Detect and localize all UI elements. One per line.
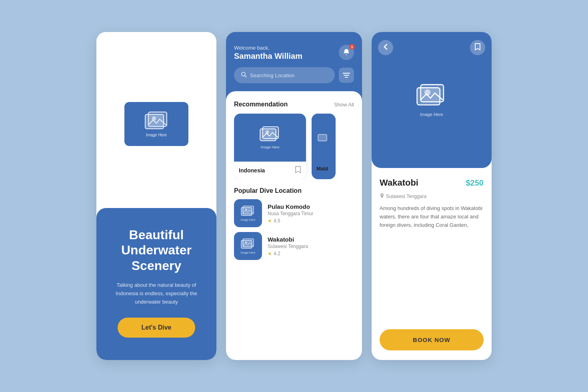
splash-subtitle: Talking about the natural beauty of Indo… bbox=[112, 281, 200, 306]
notification-badge: 1 bbox=[349, 44, 355, 50]
show-all-button[interactable]: Show All bbox=[334, 102, 354, 108]
lets-dive-button[interactable]: Let's Dive bbox=[118, 318, 196, 338]
recommendation-list: Image Here Indonesia bbox=[234, 114, 354, 179]
recommendation-header: Recommendation Show All bbox=[234, 101, 354, 108]
rec-card-image-indonesia: Image Here bbox=[234, 114, 306, 162]
dive-location-wakatobi: Sulawesi Tenggara bbox=[268, 244, 354, 249]
star-icon-komodo: ★ bbox=[268, 218, 272, 224]
popular-header: Popular Dive Location bbox=[234, 187, 354, 194]
recommendation-section: Recommendation Show All Image Here bbox=[234, 101, 354, 179]
rec-card-name-maldives: Mald bbox=[312, 162, 336, 176]
detail-title: Wakatobi bbox=[380, 178, 418, 188]
detail-hero-image bbox=[416, 84, 448, 110]
screen-main: Welcome back, Samantha William 1 bbox=[226, 32, 362, 360]
svg-rect-1 bbox=[148, 112, 167, 126]
detail-image-label: Image Here bbox=[420, 112, 443, 117]
detail-title-row: Wakatobi $250 bbox=[380, 178, 484, 188]
location-icon bbox=[380, 193, 384, 200]
svg-rect-16 bbox=[243, 239, 253, 247]
rec-card-maldives-partial: Mald bbox=[312, 114, 336, 179]
splash-image-placeholder: Image Here bbox=[124, 102, 188, 146]
splash-bottom: Beautiful Underwater Scenery Talking abo… bbox=[96, 208, 216, 360]
detail-description: Among hundreds of diving spots in Wakato… bbox=[380, 204, 484, 229]
screen-detail: Image Here Wakatobi $250 Sulawesi Tengga… bbox=[372, 32, 492, 360]
dive-thumb-komodo: Image Here bbox=[234, 199, 262, 227]
dive-name-komodo: Pulau Komodo bbox=[268, 203, 354, 210]
dive-info-komodo: Pulau Komodo Nusa Tenggara Timur ★ 4.5 bbox=[268, 203, 354, 224]
search-bar[interactable] bbox=[234, 67, 335, 83]
detail-bookmark-button[interactable] bbox=[470, 40, 485, 55]
notification-button[interactable]: 1 bbox=[339, 45, 354, 60]
dive-location-komodo: Nusa Tenggara Timur bbox=[268, 211, 354, 216]
svg-rect-11 bbox=[318, 134, 327, 141]
hero-top-buttons bbox=[372, 40, 492, 55]
detail-hero: Image Here bbox=[372, 32, 492, 168]
search-icon bbox=[240, 71, 247, 79]
splash-image-label: Image Here bbox=[146, 133, 167, 137]
star-icon-wakatobi: ★ bbox=[268, 251, 272, 256]
bookmark-icon-indonesia[interactable] bbox=[295, 166, 301, 175]
user-name: Samantha William bbox=[234, 52, 302, 61]
screen-splash: Image Here Beautiful Underwater Scenery … bbox=[96, 32, 216, 360]
recommendation-title: Recommendation bbox=[234, 101, 288, 108]
rec-card-footer-indonesia: Indonesia bbox=[234, 162, 306, 179]
welcome-text: Welcome back, bbox=[234, 45, 302, 51]
main-header: Welcome back, Samantha William 1 bbox=[226, 32, 362, 91]
detail-body: Wakatobi $250 Sulawesi Tenggara Among hu… bbox=[372, 168, 492, 360]
user-greeting: Welcome back, Samantha William bbox=[234, 45, 302, 61]
dive-info-wakatobi: Wakatobi Sulawesi Tenggara ★ 4.2 bbox=[268, 236, 354, 256]
popular-title: Popular Dive Location bbox=[234, 187, 302, 194]
bookmark-icon-detail bbox=[474, 43, 481, 52]
dive-item-wakatobi[interactable]: Image Here Wakatobi Sulawesi Tenggara ★ … bbox=[234, 232, 354, 260]
dive-rating-wakatobi: ★ 4.2 bbox=[268, 251, 354, 256]
bell-icon bbox=[343, 48, 350, 57]
rating-value-wakatobi: 4.2 bbox=[274, 251, 280, 256]
detail-location-text: Sulawesi Tenggara bbox=[386, 194, 426, 199]
header-top-row: Welcome back, Samantha William 1 bbox=[234, 45, 354, 61]
popular-dive-section: Popular Dive Location Image Here bbox=[234, 187, 354, 260]
dive-list: Image Here Pulau Komodo Nusa Tenggara Ti… bbox=[234, 199, 354, 260]
rec-card-image-label: Image Here bbox=[260, 145, 279, 149]
rating-value-komodo: 4.5 bbox=[274, 218, 280, 224]
detail-price: $250 bbox=[466, 178, 484, 188]
svg-line-4 bbox=[245, 76, 246, 77]
filter-button[interactable] bbox=[339, 68, 354, 83]
back-button[interactable] bbox=[378, 40, 393, 55]
dive-rating-komodo: ★ 4.5 bbox=[268, 218, 354, 224]
svg-rect-19 bbox=[421, 84, 444, 102]
splash-top: Image Here bbox=[96, 32, 216, 208]
svg-rect-9 bbox=[262, 127, 278, 139]
svg-rect-13 bbox=[243, 206, 253, 214]
dive-name-wakatobi: Wakatobi bbox=[268, 236, 354, 243]
splash-title: Beautiful Underwater Scenery bbox=[109, 227, 204, 273]
screens-container: Image Here Beautiful Underwater Scenery … bbox=[96, 32, 492, 360]
dive-item-komodo[interactable]: Image Here Pulau Komodo Nusa Tenggara Ti… bbox=[234, 199, 354, 227]
dive-thumb-wakatobi: Image Here bbox=[234, 232, 262, 260]
search-input[interactable] bbox=[250, 72, 328, 78]
book-now-button[interactable]: BOOK NOW bbox=[380, 329, 484, 350]
rec-card-indonesia[interactable]: Image Here Indonesia bbox=[234, 114, 306, 179]
main-body: Recommendation Show All Image Here bbox=[226, 91, 362, 360]
back-icon bbox=[384, 44, 388, 52]
svg-point-2 bbox=[152, 116, 156, 120]
rec-card-name-indonesia: Indonesia bbox=[239, 167, 265, 174]
detail-location: Sulawesi Tenggara bbox=[380, 193, 484, 200]
search-row bbox=[234, 67, 354, 83]
